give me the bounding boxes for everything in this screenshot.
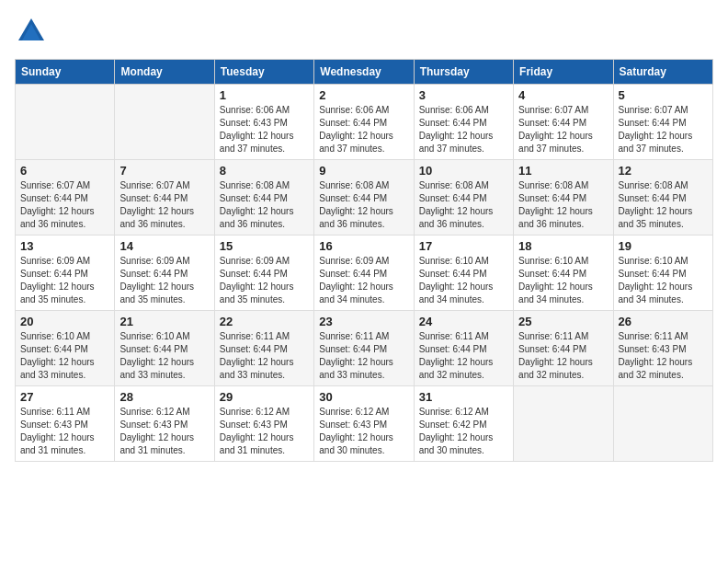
day-info: Sunrise: 6:09 AM Sunset: 6:44 PM Dayligh… bbox=[220, 255, 309, 306]
day-number: 2 bbox=[319, 88, 408, 102]
day-info: Sunrise: 6:10 AM Sunset: 6:44 PM Dayligh… bbox=[20, 330, 109, 382]
calendar-day-cell: 3Sunrise: 6:06 AM Sunset: 6:44 PM Daylig… bbox=[414, 85, 513, 160]
calendar-day-cell: 15Sunrise: 6:09 AM Sunset: 6:44 PM Dayli… bbox=[214, 236, 313, 311]
day-info: Sunrise: 6:08 AM Sunset: 6:44 PM Dayligh… bbox=[319, 179, 408, 231]
day-number: 8 bbox=[220, 164, 309, 178]
day-number: 17 bbox=[419, 239, 508, 253]
calendar-week-row: 27Sunrise: 6:11 AM Sunset: 6:43 PM Dayli… bbox=[16, 386, 713, 462]
day-number: 25 bbox=[518, 315, 608, 328]
calendar-day-cell: 30Sunrise: 6:12 AM Sunset: 6:43 PM Dayli… bbox=[314, 386, 414, 462]
calendar-day-cell: 13Sunrise: 6:09 AM Sunset: 6:44 PM Dayli… bbox=[16, 236, 115, 311]
calendar-day-cell bbox=[16, 85, 115, 160]
calendar-day-cell: 18Sunrise: 6:10 AM Sunset: 6:44 PM Dayli… bbox=[514, 236, 613, 311]
calendar: SundayMondayTuesdayWednesdayThursdayFrid… bbox=[15, 59, 713, 462]
day-info: Sunrise: 6:12 AM Sunset: 6:43 PM Dayligh… bbox=[319, 406, 408, 457]
day-number: 13 bbox=[20, 239, 109, 253]
day-info: Sunrise: 6:12 AM Sunset: 6:42 PM Dayligh… bbox=[419, 406, 508, 457]
day-number: 20 bbox=[20, 315, 109, 328]
day-info: Sunrise: 6:10 AM Sunset: 6:44 PM Dayligh… bbox=[619, 255, 708, 306]
weekday-header: Monday bbox=[115, 60, 214, 85]
day-info: Sunrise: 6:09 AM Sunset: 6:44 PM Dayligh… bbox=[319, 255, 408, 306]
day-number: 7 bbox=[119, 164, 209, 178]
weekday-header: Thursday bbox=[414, 60, 513, 85]
day-number: 9 bbox=[319, 164, 408, 178]
day-info: Sunrise: 6:12 AM Sunset: 6:43 PM Dayligh… bbox=[220, 406, 309, 457]
day-number: 24 bbox=[419, 315, 508, 328]
day-number: 21 bbox=[119, 315, 209, 328]
calendar-day-cell: 12Sunrise: 6:08 AM Sunset: 6:44 PM Dayli… bbox=[613, 160, 712, 236]
day-number: 4 bbox=[518, 88, 608, 102]
day-info: Sunrise: 6:06 AM Sunset: 6:44 PM Dayligh… bbox=[419, 104, 508, 155]
calendar-day-cell: 8Sunrise: 6:08 AM Sunset: 6:44 PM Daylig… bbox=[214, 160, 313, 236]
weekday-header: Friday bbox=[514, 60, 613, 85]
calendar-day-cell: 22Sunrise: 6:11 AM Sunset: 6:44 PM Dayli… bbox=[214, 311, 313, 386]
calendar-day-cell: 23Sunrise: 6:11 AM Sunset: 6:44 PM Dayli… bbox=[314, 311, 414, 386]
day-number: 1 bbox=[220, 88, 309, 102]
day-info: Sunrise: 6:11 AM Sunset: 6:44 PM Dayligh… bbox=[419, 330, 508, 382]
calendar-week-row: 1Sunrise: 6:06 AM Sunset: 6:43 PM Daylig… bbox=[16, 85, 713, 160]
weekday-header: Tuesday bbox=[214, 60, 313, 85]
day-info: Sunrise: 6:11 AM Sunset: 6:43 PM Dayligh… bbox=[20, 406, 109, 457]
day-info: Sunrise: 6:08 AM Sunset: 6:44 PM Dayligh… bbox=[220, 179, 309, 231]
day-info: Sunrise: 6:09 AM Sunset: 6:44 PM Dayligh… bbox=[119, 255, 209, 306]
day-number: 10 bbox=[419, 164, 508, 178]
day-number: 27 bbox=[20, 390, 109, 404]
day-number: 6 bbox=[20, 164, 109, 178]
day-number: 29 bbox=[220, 390, 309, 404]
day-info: Sunrise: 6:08 AM Sunset: 6:44 PM Dayligh… bbox=[419, 179, 508, 231]
calendar-day-cell: 11Sunrise: 6:08 AM Sunset: 6:44 PM Dayli… bbox=[514, 160, 613, 236]
day-number: 23 bbox=[319, 315, 408, 328]
day-info: Sunrise: 6:11 AM Sunset: 6:44 PM Dayligh… bbox=[220, 330, 309, 382]
calendar-day-cell bbox=[613, 386, 712, 462]
calendar-day-cell bbox=[514, 386, 613, 462]
day-info: Sunrise: 6:06 AM Sunset: 6:43 PM Dayligh… bbox=[220, 104, 309, 155]
calendar-day-cell: 21Sunrise: 6:10 AM Sunset: 6:44 PM Dayli… bbox=[115, 311, 214, 386]
day-info: Sunrise: 6:07 AM Sunset: 6:44 PM Dayligh… bbox=[20, 179, 109, 231]
day-number: 16 bbox=[319, 239, 408, 253]
day-info: Sunrise: 6:07 AM Sunset: 6:44 PM Dayligh… bbox=[518, 104, 608, 155]
calendar-day-cell: 17Sunrise: 6:10 AM Sunset: 6:44 PM Dayli… bbox=[414, 236, 513, 311]
day-number: 28 bbox=[119, 390, 209, 404]
calendar-day-cell: 5Sunrise: 6:07 AM Sunset: 6:44 PM Daylig… bbox=[613, 85, 712, 160]
calendar-day-cell: 7Sunrise: 6:07 AM Sunset: 6:44 PM Daylig… bbox=[115, 160, 214, 236]
calendar-day-cell: 9Sunrise: 6:08 AM Sunset: 6:44 PM Daylig… bbox=[314, 160, 414, 236]
day-info: Sunrise: 6:06 AM Sunset: 6:44 PM Dayligh… bbox=[319, 104, 408, 155]
weekday-header: Sunday bbox=[16, 60, 115, 85]
day-number: 11 bbox=[518, 164, 608, 178]
calendar-day-cell: 6Sunrise: 6:07 AM Sunset: 6:44 PM Daylig… bbox=[16, 160, 115, 236]
day-info: Sunrise: 6:12 AM Sunset: 6:43 PM Dayligh… bbox=[119, 406, 209, 457]
calendar-week-row: 13Sunrise: 6:09 AM Sunset: 6:44 PM Dayli… bbox=[16, 236, 713, 311]
calendar-day-cell: 14Sunrise: 6:09 AM Sunset: 6:44 PM Dayli… bbox=[115, 236, 214, 311]
calendar-day-cell: 31Sunrise: 6:12 AM Sunset: 6:42 PM Dayli… bbox=[414, 386, 513, 462]
weekday-header-row: SundayMondayTuesdayWednesdayThursdayFrid… bbox=[16, 60, 713, 85]
calendar-day-cell: 27Sunrise: 6:11 AM Sunset: 6:43 PM Dayli… bbox=[16, 386, 115, 462]
day-info: Sunrise: 6:10 AM Sunset: 6:44 PM Dayligh… bbox=[119, 330, 209, 382]
day-info: Sunrise: 6:11 AM Sunset: 6:43 PM Dayligh… bbox=[619, 330, 708, 382]
calendar-day-cell: 28Sunrise: 6:12 AM Sunset: 6:43 PM Dayli… bbox=[115, 386, 214, 462]
calendar-day-cell bbox=[115, 85, 214, 160]
day-number: 15 bbox=[220, 239, 309, 253]
day-info: Sunrise: 6:10 AM Sunset: 6:44 PM Dayligh… bbox=[419, 255, 508, 306]
calendar-day-cell: 1Sunrise: 6:06 AM Sunset: 6:43 PM Daylig… bbox=[214, 85, 313, 160]
calendar-day-cell: 25Sunrise: 6:11 AM Sunset: 6:44 PM Dayli… bbox=[514, 311, 613, 386]
day-number: 3 bbox=[419, 88, 508, 102]
calendar-day-cell: 24Sunrise: 6:11 AM Sunset: 6:44 PM Dayli… bbox=[414, 311, 513, 386]
day-info: Sunrise: 6:07 AM Sunset: 6:44 PM Dayligh… bbox=[619, 104, 708, 155]
day-info: Sunrise: 6:08 AM Sunset: 6:44 PM Dayligh… bbox=[518, 179, 608, 231]
day-info: Sunrise: 6:11 AM Sunset: 6:44 PM Dayligh… bbox=[319, 330, 408, 382]
day-number: 31 bbox=[419, 390, 508, 404]
calendar-day-cell: 26Sunrise: 6:11 AM Sunset: 6:43 PM Dayli… bbox=[613, 311, 712, 386]
page-header bbox=[15, 15, 713, 48]
day-number: 14 bbox=[119, 239, 209, 253]
calendar-day-cell: 29Sunrise: 6:12 AM Sunset: 6:43 PM Dayli… bbox=[214, 386, 313, 462]
calendar-day-cell: 16Sunrise: 6:09 AM Sunset: 6:44 PM Dayli… bbox=[314, 236, 414, 311]
weekday-header: Wednesday bbox=[314, 60, 414, 85]
day-info: Sunrise: 6:09 AM Sunset: 6:44 PM Dayligh… bbox=[20, 255, 109, 306]
day-number: 5 bbox=[619, 88, 708, 102]
calendar-week-row: 20Sunrise: 6:10 AM Sunset: 6:44 PM Dayli… bbox=[16, 311, 713, 386]
weekday-header: Saturday bbox=[613, 60, 712, 85]
calendar-day-cell: 20Sunrise: 6:10 AM Sunset: 6:44 PM Dayli… bbox=[16, 311, 115, 386]
calendar-week-row: 6Sunrise: 6:07 AM Sunset: 6:44 PM Daylig… bbox=[16, 160, 713, 236]
day-info: Sunrise: 6:10 AM Sunset: 6:44 PM Dayligh… bbox=[518, 255, 608, 306]
day-number: 22 bbox=[220, 315, 309, 328]
